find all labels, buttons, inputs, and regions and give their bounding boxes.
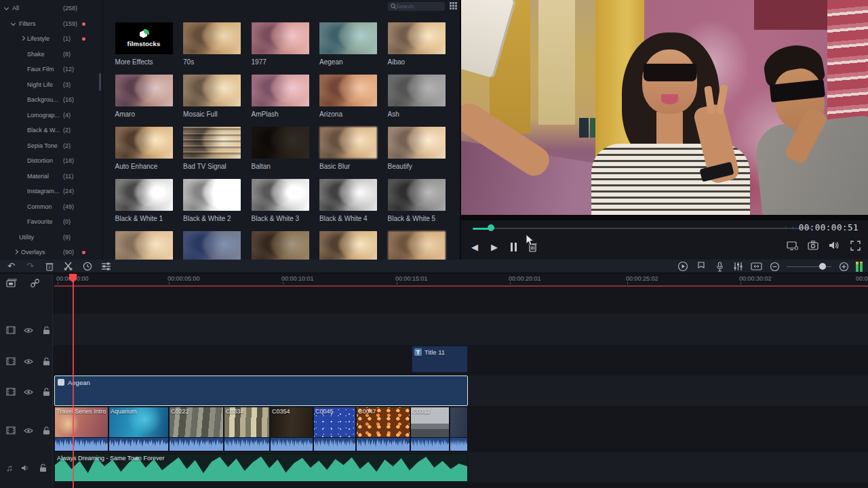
filter-item-partial[interactable] <box>388 231 446 263</box>
timeline-zoom-slider[interactable] <box>787 261 831 272</box>
filter-thumbnail[interactable] <box>319 75 377 106</box>
clip-video-c0047[interactable]: C0047 <box>356 407 410 438</box>
sidebar-item-sepia-tone[interactable]: Sepia Tone(2) <box>0 138 102 154</box>
filter-item-bad-tv-signal[interactable]: Bad TV Signal <box>183 127 241 170</box>
filmstocks-logo[interactable]: filmstocks <box>115 22 173 54</box>
sidebar-item-overlays[interactable]: Overlays(90) <box>0 245 102 260</box>
filter-item-amplash[interactable]: AmPlash <box>252 75 309 118</box>
sidebar-item-filters[interactable]: Filters(159) <box>0 16 102 32</box>
seek-handle[interactable] <box>488 224 494 231</box>
toggle-visibility-button[interactable] <box>24 325 33 335</box>
filter-item-baltan[interactable]: Baltan <box>252 127 309 170</box>
filter-thumbnail[interactable] <box>388 127 446 159</box>
add-marker-button[interactable] <box>695 260 707 272</box>
clip-audio-waveform[interactable] <box>270 438 313 451</box>
toggle-visibility-button[interactable] <box>24 387 33 396</box>
filter-thumbnail[interactable] <box>183 231 241 263</box>
filter-thumbnail[interactable] <box>319 179 377 211</box>
filter-thumbnail[interactable] <box>252 22 309 54</box>
filter-item-aibao[interactable]: Aibao <box>388 22 446 66</box>
clip-video-aquarium[interactable]: Aquarium <box>108 407 169 438</box>
sidebar-item-night-life[interactable]: Night Life(3) <box>0 77 102 93</box>
filter-item-beautify[interactable]: Beautify <box>388 127 446 170</box>
search-box[interactable] <box>388 2 445 11</box>
sidebar-item-black-white[interactable]: Black & W...(2) <box>0 123 102 138</box>
lock-track-button[interactable] <box>41 357 51 366</box>
clip-video-tail[interactable] <box>450 407 468 438</box>
filter-item-amaro[interactable]: Amaro <box>115 75 173 118</box>
undo-button[interactable]: ↶ <box>5 260 17 272</box>
record-voiceover-button[interactable] <box>713 260 726 272</box>
clip-video-c0222[interactable]: C0222 <box>169 407 224 438</box>
filter-thumbnail[interactable] <box>319 231 377 263</box>
clip-video-c0312[interactable]: C0312 <box>410 407 450 438</box>
sidebar-item-instagram[interactable]: Instagram...(24) <box>0 184 102 199</box>
filter-thumbnail[interactable] <box>115 75 173 106</box>
color-tuning-button[interactable] <box>100 260 112 272</box>
filter-thumbnail[interactable] <box>388 179 446 211</box>
filter-thumbnail[interactable] <box>115 179 173 211</box>
filter-item-auto-enhance[interactable]: Auto Enhance <box>115 127 173 170</box>
manage-tracks-button[interactable] <box>5 277 18 289</box>
filter-thumbnail[interactable] <box>319 22 377 54</box>
delete-clip-button[interactable] <box>43 260 55 272</box>
sidebar-item-material[interactable]: Material(11) <box>0 169 102 184</box>
lock-track-button[interactable] <box>41 387 51 396</box>
filter-thumbnail[interactable] <box>388 22 446 54</box>
speed-duration-button[interactable] <box>81 260 93 272</box>
filter-item-black-white-5[interactable]: Black & White 5 <box>388 179 446 222</box>
clip-music[interactable]: Always Dreaming - Same Town Forever <box>54 453 468 482</box>
clip-video-travel-series-intro[interactable]: Travel Series Intro <box>54 407 108 438</box>
clip-audio-waveform[interactable] <box>169 438 224 451</box>
filter-item-black-white-4[interactable]: Black & White 4 <box>319 179 377 222</box>
playhead-line[interactable] <box>73 274 74 488</box>
filter-item-1977[interactable]: 1977 <box>252 22 309 66</box>
filter-thumbnail[interactable] <box>319 127 377 159</box>
filter-thumbnail[interactable] <box>115 127 173 159</box>
sidebar-item-faux-film[interactable]: Faux Film(12) <box>0 62 102 77</box>
view-grid-icon[interactable] <box>450 2 458 11</box>
sidebar-item-background[interactable]: Backgrou...(16) <box>0 92 102 108</box>
toggle-visibility-button[interactable] <box>24 357 33 366</box>
clip-audio-waveform[interactable] <box>313 438 356 451</box>
filter-item-aegean[interactable]: Aegean <box>319 22 377 66</box>
search-input[interactable] <box>397 3 440 9</box>
link-clips-button[interactable] <box>28 277 41 289</box>
fullscreen-button[interactable] <box>849 239 861 251</box>
filter-item-partial[interactable] <box>319 231 377 263</box>
filter-item-basic-blur[interactable]: Basic Blur <box>319 127 377 170</box>
filter-item-black-white-3[interactable]: Black & White 3 <box>252 179 309 222</box>
clip-audio-waveform[interactable] <box>410 438 450 451</box>
zoom-out-button[interactable] <box>768 260 781 272</box>
zoom-slider-handle[interactable] <box>819 263 826 270</box>
filter-thumbnail[interactable] <box>388 231 446 263</box>
filter-thumbnail[interactable] <box>252 127 309 159</box>
clip-audio-waveform[interactable] <box>224 438 270 451</box>
filter-thumbnail[interactable] <box>183 127 241 159</box>
filter-item-mosaic-full[interactable]: Mosaic Full <box>183 75 241 118</box>
sidebar-item-utility[interactable]: Utility(9) <box>0 230 102 245</box>
sidebar-item-distortion[interactable]: Distortion(18) <box>0 153 102 169</box>
sidebar-item-lomography[interactable]: Lomograp...(4) <box>0 108 102 123</box>
zoom-in-button[interactable] <box>837 260 850 272</box>
filter-thumbnail[interactable] <box>115 231 173 263</box>
filter-thumbnail[interactable] <box>183 22 241 54</box>
clip-audio-waveform[interactable] <box>450 438 468 451</box>
filter-thumbnail[interactable] <box>252 75 309 106</box>
filter-item-partial[interactable] <box>115 231 173 263</box>
filter-thumbnail[interactable] <box>388 75 446 106</box>
filter-item-70s[interactable]: 70s <box>183 22 241 66</box>
sidebar-item-common[interactable]: Common(49) <box>0 199 102 215</box>
lock-track-button[interactable] <box>41 426 51 435</box>
sidebar-item-shake[interactable]: Shake(8) <box>0 47 102 62</box>
filter-item-ash[interactable]: Ash <box>388 75 446 118</box>
more-effects-tile[interactable]: filmstocks More Effects <box>115 22 173 66</box>
previous-frame-button[interactable]: ◀ <box>467 239 482 254</box>
audio-meter-toggle[interactable] <box>856 262 863 272</box>
toggle-visibility-button[interactable] <box>24 426 33 435</box>
filter-item-partial[interactable] <box>183 231 241 263</box>
mute-track-button[interactable] <box>21 463 31 472</box>
lock-track-button[interactable] <box>39 463 48 472</box>
sidebar-scrollbar[interactable] <box>99 73 101 91</box>
clip-video-c0334[interactable]: C0334 <box>224 407 270 438</box>
